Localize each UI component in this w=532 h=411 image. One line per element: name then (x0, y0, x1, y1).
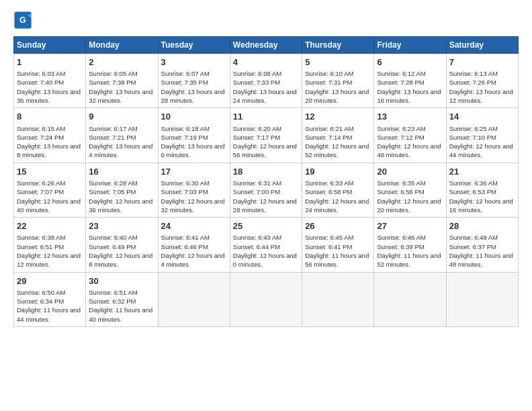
sunset-label: Sunset: 6:41 PM (305, 243, 352, 250)
daylight-label: Daylight: 12 hours and 8 minutes. (89, 252, 152, 268)
calendar-cell: 11Sunrise: 6:20 AMSunset: 7:17 PMDayligh… (230, 108, 302, 163)
sunset-label: Sunset: 7:14 PM (305, 134, 352, 141)
day-number: 6 (377, 56, 443, 68)
sunset-label: Sunset: 7:35 PM (161, 79, 208, 86)
daylight-label: Daylight: 13 hours and 8 minutes. (17, 142, 81, 158)
sunrise-label: Sunrise: 6:20 AM (233, 125, 281, 132)
sunrise-label: Sunrise: 6:26 AM (17, 179, 65, 187)
sunrise-label: Sunrise: 6:51 AM (89, 289, 137, 296)
sunset-label: Sunset: 7:38 PM (89, 79, 136, 86)
calendar-cell: 23Sunrise: 6:40 AMSunset: 6:49 PMDayligh… (86, 218, 158, 272)
col-header-wednesday: Wednesday (230, 37, 302, 54)
sunrise-label: Sunrise: 6:43 AM (233, 234, 281, 241)
calendar-row-1: 1Sunrise: 6:03 AMSunset: 7:40 PMDaylight… (14, 54, 519, 108)
day-number: 13 (377, 111, 443, 123)
day-number: 10 (161, 111, 227, 123)
sunrise-label: Sunrise: 6:03 AM (17, 70, 65, 77)
calendar-row-5: 29Sunrise: 6:50 AMSunset: 6:34 PMDayligh… (14, 272, 519, 326)
calendar-cell: 15Sunrise: 6:26 AMSunset: 7:07 PMDayligh… (14, 163, 86, 217)
sunset-label: Sunset: 6:34 PM (17, 298, 64, 305)
sunrise-label: Sunrise: 6:05 AM (89, 70, 137, 77)
calendar-cell: 20Sunrise: 6:35 AMSunset: 6:56 PMDayligh… (374, 163, 446, 217)
logo: G (13, 11, 35, 30)
sunset-label: Sunset: 6:37 PM (449, 243, 496, 250)
daylight-label: Daylight: 13 hours and 4 minutes. (89, 142, 152, 158)
day-number: 14 (449, 111, 515, 123)
daylight-label: Daylight: 11 hours and 48 minutes. (449, 252, 513, 268)
calendar-cell: 7Sunrise: 6:13 AMSunset: 7:26 PMDaylight… (446, 54, 518, 108)
sunrise-label: Sunrise: 6:28 AM (89, 179, 137, 187)
page: G SundayMondayTuesdayWednesdayThursdayFr… (0, 0, 532, 334)
day-number: 16 (89, 166, 154, 178)
calendar-cell: 14Sunrise: 6:25 AMSunset: 7:10 PMDayligh… (446, 108, 518, 163)
sunrise-label: Sunrise: 6:46 AM (377, 234, 425, 241)
calendar-cell: 3Sunrise: 6:07 AMSunset: 7:35 PMDaylight… (158, 54, 230, 108)
day-number: 5 (305, 56, 371, 68)
daylight-label: Daylight: 12 hours and 40 minutes. (17, 197, 81, 214)
calendar-row-3: 15Sunrise: 6:26 AMSunset: 7:07 PMDayligh… (14, 163, 519, 217)
daylight-label: Daylight: 13 hours and 24 minutes. (233, 88, 297, 104)
sunrise-label: Sunrise: 6:17 AM (89, 125, 137, 132)
sunset-label: Sunset: 7:40 PM (17, 79, 64, 86)
daylight-label: Daylight: 12 hours and 48 minutes. (377, 142, 441, 158)
sunrise-label: Sunrise: 6:45 AM (305, 234, 353, 241)
sunrise-label: Sunrise: 6:15 AM (17, 125, 65, 132)
sunrise-label: Sunrise: 6:48 AM (449, 234, 498, 241)
calendar-row-2: 8Sunrise: 6:15 AMSunset: 7:24 PMDaylight… (14, 108, 519, 163)
sunset-label: Sunset: 6:58 PM (305, 188, 352, 195)
col-header-thursday: Thursday (302, 37, 374, 54)
sunset-label: Sunset: 7:24 PM (17, 134, 64, 141)
calendar-cell: 6Sunrise: 6:12 AMSunset: 7:28 PMDaylight… (374, 54, 446, 108)
sunset-label: Sunset: 7:28 PM (377, 79, 424, 86)
day-number: 19 (305, 166, 371, 178)
sunrise-label: Sunrise: 6:23 AM (377, 125, 425, 132)
calendar-cell: 17Sunrise: 6:30 AMSunset: 7:03 PMDayligh… (158, 163, 230, 217)
calendar-cell (230, 272, 302, 326)
day-number: 28 (449, 220, 515, 232)
calendar-cell: 10Sunrise: 6:18 AMSunset: 7:19 PMDayligh… (158, 108, 230, 163)
daylight-label: Daylight: 12 hours and 28 minutes. (233, 197, 297, 214)
sunrise-label: Sunrise: 6:08 AM (233, 70, 281, 77)
daylight-label: Daylight: 13 hours and 32 minutes. (89, 88, 152, 104)
day-number: 4 (233, 56, 299, 68)
calendar-cell (374, 272, 446, 326)
day-number: 30 (89, 275, 154, 287)
day-number: 7 (449, 56, 515, 68)
day-number: 26 (305, 220, 371, 232)
sunrise-label: Sunrise: 6:50 AM (17, 289, 65, 296)
sunset-label: Sunset: 7:33 PM (233, 79, 280, 86)
calendar-cell: 26Sunrise: 6:45 AMSunset: 6:41 PMDayligh… (302, 218, 374, 272)
calendar-cell: 13Sunrise: 6:23 AMSunset: 7:12 PMDayligh… (374, 108, 446, 163)
sunset-label: Sunset: 7:17 PM (233, 134, 280, 141)
calendar-cell: 18Sunrise: 6:31 AMSunset: 7:00 PMDayligh… (230, 163, 302, 217)
daylight-label: Daylight: 11 hours and 40 minutes. (89, 306, 152, 322)
day-number: 17 (161, 166, 227, 178)
sunset-label: Sunset: 6:51 PM (17, 243, 64, 250)
daylight-label: Daylight: 12 hours and 24 minutes. (305, 197, 369, 214)
calendar-cell (158, 272, 230, 326)
day-number: 8 (17, 111, 83, 123)
day-number: 23 (89, 220, 154, 232)
calendar-row-4: 22Sunrise: 6:38 AMSunset: 6:51 PMDayligh… (14, 218, 519, 272)
calendar-cell: 16Sunrise: 6:28 AMSunset: 7:05 PMDayligh… (86, 163, 158, 217)
sunrise-label: Sunrise: 6:30 AM (161, 179, 210, 187)
daylight-label: Daylight: 11 hours and 56 minutes. (305, 252, 369, 268)
sunset-label: Sunset: 6:56 PM (377, 188, 424, 195)
sunset-label: Sunset: 7:12 PM (377, 134, 424, 141)
daylight-label: Daylight: 13 hours and 12 minutes. (449, 88, 513, 104)
col-header-monday: Monday (86, 37, 158, 54)
day-number: 27 (377, 220, 443, 232)
calendar-cell: 12Sunrise: 6:21 AMSunset: 7:14 PMDayligh… (302, 108, 374, 163)
day-number: 3 (161, 56, 227, 68)
sunset-label: Sunset: 7:03 PM (161, 188, 208, 195)
daylight-label: Daylight: 13 hours and 16 minutes. (377, 88, 441, 104)
sunrise-label: Sunrise: 6:21 AM (305, 125, 353, 132)
daylight-label: Daylight: 12 hours and 0 minutes. (233, 252, 297, 268)
daylight-label: Daylight: 12 hours and 56 minutes. (233, 142, 297, 158)
calendar-table: SundayMondayTuesdayWednesdayThursdayFrid… (13, 36, 519, 327)
sunset-label: Sunset: 7:05 PM (89, 188, 136, 195)
sunset-label: Sunset: 7:00 PM (233, 188, 280, 195)
sunset-label: Sunset: 7:19 PM (161, 134, 208, 141)
day-number: 15 (17, 166, 83, 178)
sunset-label: Sunset: 7:26 PM (449, 79, 496, 86)
